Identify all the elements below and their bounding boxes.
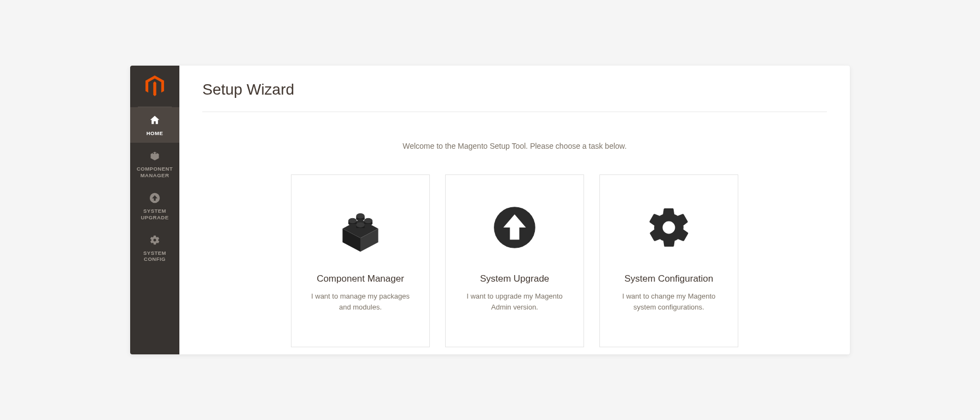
- home-icon: [149, 115, 161, 128]
- svg-point-9: [348, 218, 357, 224]
- sidebar-item-system-upgrade[interactable]: SYSTEM UPGRADE: [130, 185, 179, 227]
- svg-point-20: [663, 221, 675, 234]
- svg-point-18: [356, 213, 364, 219]
- card-row: Component Manager I want to manage my pa…: [202, 174, 827, 347]
- main-content: Setup Wizard Welcome to the Magento Setu…: [179, 66, 850, 354]
- sidebar-item-label: HOME: [147, 130, 164, 136]
- card-title: Component Manager: [317, 273, 404, 284]
- upgrade-icon: [491, 197, 538, 258]
- svg-point-15: [356, 222, 364, 228]
- card-component-manager[interactable]: Component Manager I want to manage my pa…: [291, 174, 430, 347]
- gear-icon: [645, 197, 692, 258]
- card-title: System Upgrade: [480, 273, 550, 284]
- page-title: Setup Wizard: [202, 66, 827, 112]
- block-icon: [334, 197, 387, 258]
- block-icon: [149, 150, 161, 164]
- card-title: System Configuration: [625, 273, 714, 284]
- logo: [130, 66, 179, 107]
- sidebar: HOME COMPONENT MANAGER SYSTEM UPGRADE: [130, 66, 179, 354]
- card-desc: I want to change my Magento system confi…: [613, 291, 725, 312]
- sidebar-item-label: COMPONENT MANAGER: [132, 166, 177, 178]
- svg-point-12: [364, 218, 372, 224]
- svg-point-3: [154, 238, 156, 241]
- svg-point-1: [155, 153, 157, 154]
- sidebar-item-home[interactable]: HOME: [130, 107, 179, 143]
- magento-logo-icon: [145, 75, 164, 98]
- app-frame: HOME COMPONENT MANAGER SYSTEM UPGRADE: [130, 66, 850, 354]
- sidebar-item-label: SYSTEM CONFIG: [132, 250, 177, 262]
- gear-icon: [149, 235, 160, 248]
- sidebar-item-component-manager[interactable]: COMPONENT MANAGER: [130, 143, 179, 185]
- card-system-configuration[interactable]: System Configuration I want to change my…: [599, 174, 738, 347]
- svg-point-0: [153, 153, 154, 154]
- upgrade-icon: [149, 192, 160, 206]
- sidebar-item-label: SYSTEM UPGRADE: [132, 208, 177, 220]
- card-desc: I want to upgrade my Magento Admin versi…: [459, 291, 570, 312]
- welcome-text: Welcome to the Magento Setup Tool. Pleas…: [202, 142, 827, 150]
- card-system-upgrade[interactable]: System Upgrade I want to upgrade my Mage…: [445, 174, 584, 347]
- card-desc: I want to manage my packages and modules…: [305, 291, 416, 312]
- sidebar-item-system-config[interactable]: SYSTEM CONFIG: [130, 227, 179, 269]
